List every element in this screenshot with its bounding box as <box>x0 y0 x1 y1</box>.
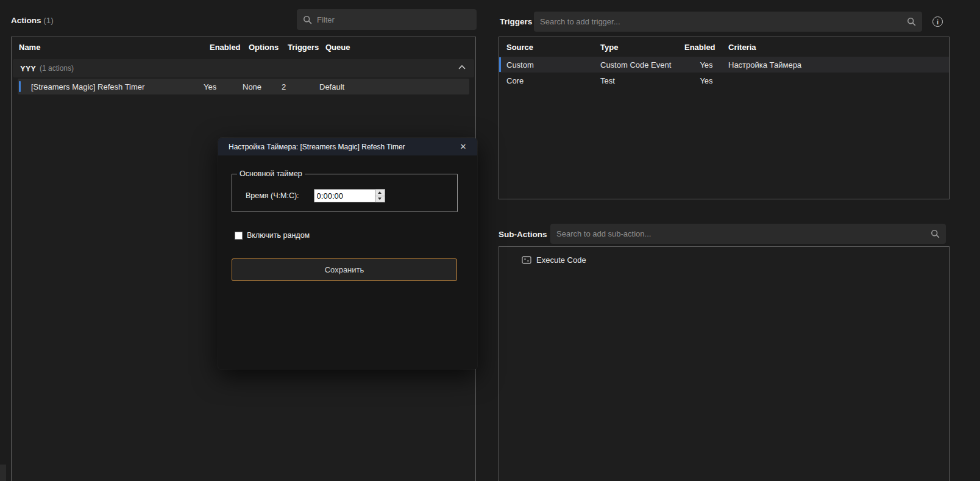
triangle-down-icon <box>378 198 382 200</box>
actions-filter-box[interactable] <box>297 9 477 30</box>
triggers-panel-title: Triggers <box>500 17 532 26</box>
subactions-search-input[interactable] <box>556 229 926 238</box>
close-icon[interactable]: ✕ <box>456 141 470 153</box>
main-timer-groupbox: Основной таймер Время (Ч:М:С): <box>232 169 458 212</box>
random-checkbox-label: Включить рандом <box>247 231 310 240</box>
window-corner-fragment <box>0 465 6 481</box>
triggers-table: Source Type Enabled Criteria Custom Cust… <box>499 37 950 199</box>
group-count: (1 actions) <box>40 64 74 73</box>
action-triggers-count: 2 <box>282 82 319 91</box>
trigger-source: Core <box>506 76 600 85</box>
col-header-options: Options <box>249 43 288 52</box>
spinner-up-button[interactable] <box>375 190 385 196</box>
triggers-title-text: Triggers <box>500 17 532 26</box>
time-field-label: Время (Ч:М:С): <box>246 191 299 200</box>
dialog-titlebar[interactable]: Настройка Таймера: [Streamers Magic] Ref… <box>218 138 477 155</box>
subactions-search-box[interactable] <box>550 224 946 244</box>
search-icon <box>907 17 916 26</box>
col-header-enabled: Enabled <box>684 43 728 52</box>
search-icon <box>303 15 312 24</box>
spinner-down-button[interactable] <box>375 196 385 202</box>
trigger-type: Custom Code Event <box>600 60 684 69</box>
actions-title-text: Actions <box>11 16 41 25</box>
selection-accent-bar <box>499 57 501 72</box>
triggers-table-header: Source Type Enabled Criteria <box>499 37 949 57</box>
info-icon[interactable]: i <box>932 16 943 27</box>
action-name: [Streamers Magic] Refesh Timer <box>25 82 204 91</box>
col-header-triggers: Triggers <box>288 43 325 52</box>
dialog-title: Настройка Таймера: [Streamers Magic] Ref… <box>229 143 456 151</box>
trigger-type: Test <box>600 76 684 85</box>
actions-filter-input[interactable] <box>317 15 470 24</box>
col-header-queue: Queue <box>325 43 475 52</box>
chevron-up-icon[interactable] <box>458 65 466 69</box>
subactions-panel-title: Sub-Actions <box>499 230 547 239</box>
action-enabled: Yes <box>204 82 243 91</box>
col-header-criteria: Criteria <box>728 43 949 52</box>
triggers-search-input[interactable] <box>540 17 902 26</box>
trigger-row[interactable]: Core Test Yes <box>499 73 949 88</box>
col-header-name: Name <box>19 43 210 52</box>
random-checkbox-row[interactable]: Включить рандом <box>235 231 310 240</box>
trigger-row[interactable]: Custom Custom Code Event Yes Настройка Т… <box>499 57 949 73</box>
random-checkbox[interactable] <box>235 232 243 240</box>
triangle-up-icon <box>378 191 382 194</box>
trigger-enabled: Yes <box>684 60 728 69</box>
actions-count: (1) <box>43 16 54 25</box>
save-button-label: Сохранить <box>325 265 364 274</box>
time-input[interactable] <box>314 189 375 202</box>
groupbox-label: Основной таймер <box>237 169 305 178</box>
selection-accent-bar <box>19 81 21 92</box>
trigger-criteria: Настройка Таймера <box>728 60 949 69</box>
save-button[interactable]: Сохранить <box>232 258 457 281</box>
col-header-type: Type <box>600 43 684 52</box>
subaction-row[interactable]: Execute Code <box>499 252 949 268</box>
time-spinner <box>375 189 385 202</box>
subactions-title-text: Sub-Actions <box>499 230 547 239</box>
col-header-enabled: Enabled <box>210 43 249 52</box>
trigger-enabled: Yes <box>684 76 728 85</box>
actions-table-header: Name Enabled Options Triggers Queue <box>12 37 475 57</box>
group-name: YYY <box>20 64 36 73</box>
actions-panel-title: Actions (1) <box>11 16 54 25</box>
subactions-panel: Execute Code <box>499 246 950 481</box>
trigger-source: Custom <box>506 60 600 69</box>
execute-code-icon <box>522 256 531 264</box>
action-row[interactable]: [Streamers Magic] Refesh Timer Yes None … <box>18 79 469 94</box>
subaction-label: Execute Code <box>536 255 586 265</box>
triggers-search-box[interactable] <box>534 12 922 32</box>
col-header-source: Source <box>506 43 600 52</box>
search-icon <box>931 229 940 238</box>
action-queue: Default <box>319 82 469 91</box>
timer-settings-dialog: Настройка Таймера: [Streamers Magic] Ref… <box>218 138 477 369</box>
action-options: None <box>243 82 282 91</box>
actions-group-row[interactable]: YYY (1 actions) <box>13 59 474 77</box>
